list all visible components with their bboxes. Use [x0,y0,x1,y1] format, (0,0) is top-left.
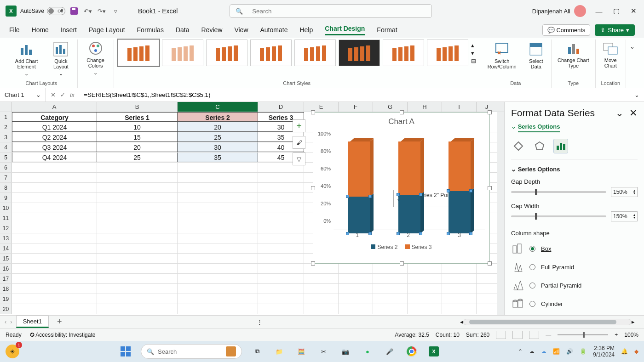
chart-filters-button[interactable]: ▽ [293,153,305,165]
chart-styles-button[interactable]: 🖌 [293,136,305,149]
chart-bar[interactable] [448,138,471,230]
column-header[interactable]: J [477,102,497,112]
section-collapse-icon[interactable]: ⌄ [511,166,516,173]
column-header[interactable]: D [258,102,304,112]
chart-style-2[interactable] [162,40,203,66]
cell[interactable] [258,284,304,294]
cell[interactable] [408,294,442,304]
formula-input[interactable] [79,91,630,98]
cell[interactable] [97,213,178,223]
accessibility-status[interactable]: ✪ Accessibility: Investigate [30,332,96,338]
cell[interactable] [97,183,178,192]
cell[interactable] [12,173,97,182]
toggle-switch[interactable]: Off [47,7,65,15]
cloud-icon[interactable]: ☁ [541,348,546,355]
search-box[interactable]: 🔍 [230,4,432,18]
horizontal-scrollbar[interactable]: ◂▸ [460,319,635,325]
cell[interactable] [97,284,178,294]
row-header[interactable]: 2 [0,122,12,132]
cell[interactable] [178,284,258,294]
copilot-icon[interactable]: ◆ [634,348,638,355]
column-header[interactable]: F [339,102,373,112]
row-header[interactable]: 18 [0,284,12,294]
cell[interactable] [178,213,258,223]
cell[interactable] [12,274,97,283]
resize-handle[interactable] [311,186,315,190]
chart-title[interactable]: Chart A [313,113,489,129]
column-header[interactable]: E [304,102,339,112]
resize-handle[interactable] [400,261,404,266]
column-header[interactable]: H [408,102,442,112]
cell[interactable] [12,254,97,263]
cell[interactable] [12,183,97,192]
menu-formulas[interactable]: Formulas [137,26,164,34]
add-sheet-button[interactable]: + [57,317,62,327]
column-header[interactable]: I [442,102,477,112]
zoom-in-button[interactable]: + [615,332,618,338]
cell[interactable]: Series 1 [97,112,178,122]
series-options-icon[interactable] [553,139,568,153]
cell[interactable]: Q4 2024 [12,153,97,162]
cell[interactable] [258,173,304,182]
shape-cylinder-option[interactable]: Cylinder [511,297,638,310]
cell[interactable] [408,274,442,283]
cell[interactable] [258,274,304,283]
embedded-chart[interactable]: Chart A 100% 80% 60% 40% 20% 0% Series "… [313,112,490,264]
menu-view[interactable]: View [234,26,248,34]
move-chart-button[interactable]: Move Chart [599,40,622,69]
cell[interactable] [178,193,258,203]
chart-style-8[interactable] [427,40,468,66]
effects-icon[interactable] [532,139,547,153]
cell[interactable]: 10 [97,122,178,132]
task-view-icon[interactable]: ⧉ [250,345,264,358]
cell[interactable] [12,203,97,213]
menu-data[interactable]: Data [176,26,190,34]
select-data-button[interactable]: Select Data [525,40,547,70]
cell[interactable] [178,254,258,263]
menu-automate[interactable]: Automate [260,26,288,34]
chart-style-1[interactable] [118,40,159,66]
ribbon-collapse-icon[interactable]: ⌄ [626,40,638,88]
clock[interactable]: 2:36 PM9/1/2024 [593,345,615,358]
notifications-icon[interactable]: 🔔 [621,348,628,355]
cell[interactable] [12,233,97,243]
plot-area[interactable]: Series "Series 2" Point 1 Value: 20 [334,129,485,230]
cell[interactable] [339,284,373,294]
cell[interactable] [97,274,178,283]
cell[interactable] [178,183,258,192]
cell[interactable]: 35 [178,153,258,162]
volume-icon[interactable]: 🔊 [566,348,573,355]
cell[interactable] [97,233,178,243]
cell[interactable] [178,163,258,172]
cell[interactable] [373,284,408,294]
row-header[interactable]: 19 [0,294,12,304]
row-header[interactable]: 7 [0,173,12,182]
cell[interactable] [97,294,178,304]
cell[interactable] [258,254,304,263]
wifi-icon[interactable]: 📶 [553,348,560,355]
menu-help[interactable]: Help [299,26,313,34]
chart-bar[interactable] [398,138,420,230]
cell[interactable] [339,304,373,314]
cell[interactable] [12,243,97,253]
cell[interactable] [477,304,497,314]
cell[interactable]: 20 [97,142,178,152]
cell[interactable]: 30 [178,142,258,152]
cell[interactable] [178,264,258,273]
row-header[interactable]: 1 [0,112,12,122]
cell[interactable] [304,304,339,314]
resize-handle[interactable] [488,110,492,114]
maximize-button[interactable]: ▢ [612,7,621,15]
start-weather-icon[interactable]: ☀1 [6,345,19,358]
cell[interactable] [178,233,258,243]
qat-dropdown-icon[interactable]: ▿ [110,6,121,16]
name-box-dropdown-icon[interactable]: ⌄ [36,91,41,98]
cell[interactable] [258,304,304,314]
chart-style-6[interactable] [339,40,380,66]
zoom-slider[interactable] [558,334,608,335]
cell[interactable] [258,294,304,304]
cell[interactable] [97,193,178,203]
quick-layout-button[interactable]: Quick Layout ⌄ [48,40,73,78]
cell[interactable] [178,294,258,304]
resize-handle[interactable] [488,261,492,266]
